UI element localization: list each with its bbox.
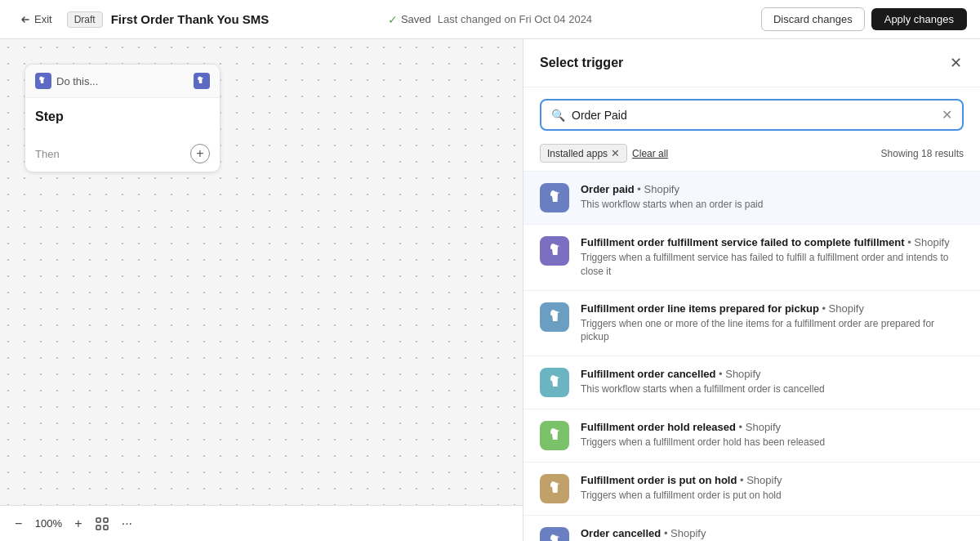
trigger-content: Fulfillment order fulfillment service fa… (581, 236, 964, 279)
trigger-name: Order cancelled • Shopify (581, 527, 964, 539)
workflow-title: First Order Thank You SMS (111, 12, 270, 26)
trigger-desc: Triggers when a fulfillment order hold h… (581, 436, 964, 449)
saved-label: Saved (401, 13, 431, 25)
trigger-content: Fulfillment order line items prepared fo… (581, 302, 964, 345)
close-button[interactable]: ✕ (948, 52, 964, 74)
trigger-name: Fulfillment order cancelled • Shopify (581, 368, 964, 380)
trigger-name: Order paid • Shopify (581, 183, 964, 195)
step-header-text: Do this... (56, 75, 98, 87)
svg-rect-1 (104, 518, 108, 522)
search-icon: 🔍 (551, 109, 565, 122)
topbar-left: Exit Draft First Order Thank You SMS (13, 10, 753, 29)
topbar-right: Discard changes Apply changes (761, 7, 967, 31)
trigger-item[interactable]: Fulfillment order is put on hold • Shopi… (523, 463, 980, 516)
then-label: Then (35, 148, 60, 160)
exit-icon (20, 14, 31, 25)
trigger-content: Fulfillment order cancelled • Shopify Th… (581, 368, 964, 396)
trigger-item[interactable]: Fulfillment order fulfillment service fa… (523, 225, 980, 291)
step-card-body: Step (25, 98, 220, 136)
trigger-desc: Triggers when a fulfillment service has … (581, 251, 964, 279)
search-box: 🔍 ✕ (540, 99, 964, 131)
trigger-icon (540, 474, 569, 503)
filter-tag-label: Installed apps (547, 148, 608, 159)
trigger-icon (540, 183, 569, 212)
remove-filter-button[interactable]: ✕ (611, 147, 620, 159)
svg-rect-3 (104, 525, 108, 530)
trigger-icon (540, 302, 569, 332)
trigger-list: Order paid • Shopify This workflow start… (523, 171, 980, 541)
search-container: 🔍 ✕ (523, 87, 980, 139)
trigger-desc: Triggers when a fulfillment order is put… (581, 489, 964, 503)
discard-button[interactable]: Discard changes (761, 7, 865, 31)
trigger-item[interactable]: Order cancelled • Shopify This workflow … (523, 516, 980, 541)
trigger-source: • Shopify (664, 527, 706, 539)
sidebar: Select trigger ✕ 🔍 ✕ Installed apps ✕ Cl… (523, 39, 980, 541)
trigger-content: Order cancelled • Shopify This workflow … (581, 527, 964, 541)
trigger-icon (540, 368, 569, 397)
shopify-icon (35, 73, 51, 89)
shopify-badge (194, 73, 210, 89)
topbar-center: ✓ Saved Last changed on Fri Oct 04 2024 (388, 13, 592, 26)
trigger-item[interactable]: Order paid • Shopify This workflow start… (523, 172, 980, 225)
zoom-out-button[interactable]: − (11, 513, 25, 534)
trigger-content: Fulfillment order hold released • Shopif… (581, 421, 964, 449)
topbar: Exit Draft First Order Thank You SMS ✓ S… (0, 0, 980, 39)
trigger-icon (540, 527, 569, 541)
clear-all-button[interactable]: Clear all (632, 148, 668, 159)
zoom-level: 100% (32, 517, 65, 530)
trigger-desc: This workflow starts when a fulfillment … (581, 382, 964, 396)
trigger-source: • Shopify (739, 421, 782, 433)
step-card: Do this... Step Then + (24, 64, 220, 172)
trigger-name: Fulfillment order is put on hold • Shopi… (581, 474, 964, 486)
bottombar: − 100% + ··· (0, 505, 523, 541)
more-options-button[interactable]: ··· (118, 513, 136, 534)
exit-label: Exit (34, 13, 52, 25)
saved-status: ✓ Saved (388, 13, 431, 26)
filter-tag-installed-apps: Installed apps ✕ (540, 144, 627, 163)
fit-icon (96, 517, 109, 530)
exit-button[interactable]: Exit (13, 10, 59, 29)
trigger-source: • Shopify (719, 368, 761, 380)
trigger-source: • Shopify (637, 183, 679, 195)
sidebar-title: Select trigger (540, 56, 623, 70)
sidebar-header: Select trigger ✕ (523, 39, 980, 87)
trigger-desc: This workflow starts when an order is pa… (581, 198, 964, 212)
trigger-content: Order paid • Shopify This workflow start… (581, 183, 964, 212)
check-icon: ✓ (388, 13, 398, 26)
trigger-content: Fulfillment order is put on hold • Shopi… (581, 474, 964, 503)
step-card-footer: Then + (25, 136, 220, 172)
search-input[interactable] (572, 109, 935, 122)
trigger-icon (540, 236, 569, 266)
trigger-name: Fulfillment order hold released • Shopif… (581, 421, 964, 433)
trigger-name: Fulfillment order line items prepared fo… (581, 302, 964, 315)
zoom-in-button[interactable]: + (71, 513, 85, 534)
svg-rect-2 (96, 525, 100, 530)
step-label: Step (35, 110, 64, 123)
last-changed: Last changed on Fri Oct 04 2024 (438, 13, 592, 25)
trigger-source: • Shopify (740, 474, 782, 486)
filter-bar: Installed apps ✕ Clear all Showing 18 re… (523, 139, 980, 171)
trigger-item[interactable]: Fulfillment order hold released • Shopif… (523, 409, 980, 463)
svg-rect-0 (96, 518, 100, 522)
trigger-desc: Triggers when one or more of the line it… (581, 317, 964, 345)
step-card-header: Do this... (25, 65, 220, 98)
trigger-item[interactable]: Fulfillment order line items prepared fo… (523, 291, 980, 357)
trigger-source: • Shopify (907, 236, 950, 248)
trigger-icon (540, 421, 569, 450)
step-card-header-left: Do this... (35, 73, 98, 89)
showing-count: Showing 18 results (881, 148, 964, 159)
add-step-button[interactable]: + (190, 144, 210, 163)
draft-badge: Draft (67, 11, 103, 28)
trigger-source: • Shopify (822, 302, 864, 315)
trigger-item[interactable]: Fulfillment order cancelled • Shopify Th… (523, 356, 980, 409)
apply-button[interactable]: Apply changes (871, 8, 967, 30)
filter-tags: Installed apps ✕ Clear all (540, 144, 668, 163)
clear-search-button[interactable]: ✕ (942, 107, 952, 123)
trigger-name: Fulfillment order fulfillment service fa… (581, 236, 964, 248)
fit-view-button[interactable] (92, 514, 112, 534)
